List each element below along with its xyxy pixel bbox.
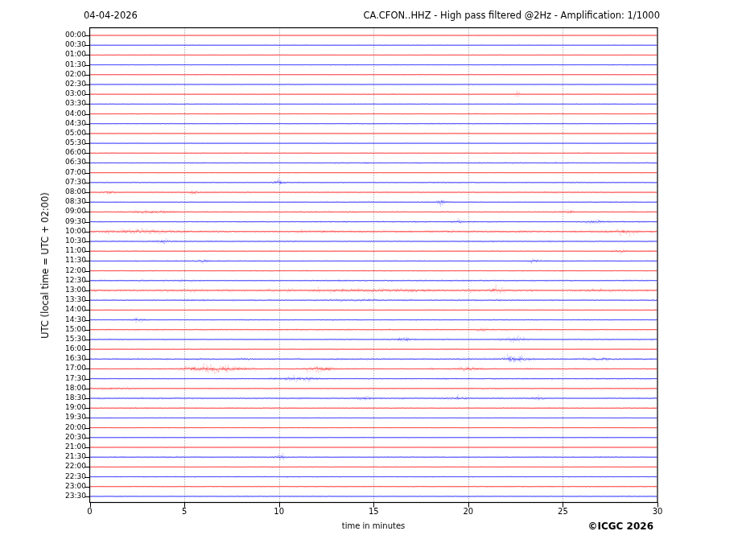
y-tick-label: 00:00 <box>65 31 86 39</box>
y-tick-label: 19:30 <box>65 414 86 421</box>
y-tick-label: 10:30 <box>65 237 86 245</box>
y-tick-label: 22:30 <box>65 473 86 480</box>
y-tick-label: 02:30 <box>65 80 86 88</box>
y-tick-label: 04:00 <box>65 110 86 117</box>
plot-title: CA.CFON..HHZ - High pass filtered @2Hz -… <box>363 10 660 21</box>
y-tick-label: 10:00 <box>65 228 86 235</box>
y-tick-label: 17:30 <box>65 375 86 382</box>
x-tick-label: 5 <box>182 508 187 516</box>
y-tick-label: 09:30 <box>65 218 86 225</box>
y-tick-label: 03:30 <box>65 100 86 107</box>
y-tick-label: 22:00 <box>65 463 86 470</box>
y-tick-label: 02:00 <box>65 71 86 78</box>
plot-date: 04-04-2026 <box>84 10 138 21</box>
x-tick-label: 15 <box>369 508 379 516</box>
y-tick-label: 12:00 <box>65 267 86 274</box>
y-tick-label: 14:00 <box>65 306 86 313</box>
x-tick-label: 0 <box>87 508 92 516</box>
y-tick-label: 08:30 <box>65 198 86 205</box>
x-tick-label: 25 <box>558 508 568 516</box>
y-tick-label: 07:30 <box>65 179 86 186</box>
y-tick-label: 23:30 <box>65 492 86 500</box>
y-tick-label: 17:00 <box>65 364 86 372</box>
y-tick-label: 18:30 <box>65 394 86 401</box>
x-tick-label: 30 <box>653 508 663 516</box>
helicorder-page: 04-04-2026 CA.CFON..HHZ - High pass filt… <box>0 0 746 560</box>
y-tick-label: 14:30 <box>65 316 86 323</box>
y-tick-label: 06:00 <box>65 149 86 156</box>
helicorder-canvas <box>0 0 746 560</box>
y-tick-label: 04:30 <box>65 120 86 127</box>
y-tick-label: 05:30 <box>65 139 86 146</box>
copyright-text: ©ICGC 2026 <box>587 521 653 532</box>
y-tick-label: 23:00 <box>65 483 86 490</box>
y-tick-label: 05:00 <box>65 130 86 137</box>
y-tick-label: 13:00 <box>65 286 86 294</box>
y-axis-label: UTC (local time = UTC + 02:00) <box>39 192 51 339</box>
y-tick-label: 15:30 <box>65 336 86 343</box>
y-tick-label: 11:30 <box>65 257 86 264</box>
x-tick-label: 10 <box>274 508 284 516</box>
y-tick-label: 20:30 <box>65 434 86 441</box>
y-tick-label: 01:30 <box>65 61 86 68</box>
y-tick-label: 21:30 <box>65 453 86 460</box>
y-tick-label: 03:00 <box>65 90 86 97</box>
y-tick-label: 19:00 <box>65 404 86 411</box>
y-tick-label: 01:00 <box>65 51 86 58</box>
y-tick-label: 08:00 <box>65 188 86 196</box>
x-tick-label: 20 <box>463 508 473 516</box>
y-tick-label: 13:30 <box>65 296 86 303</box>
y-tick-label: 11:00 <box>65 247 86 254</box>
y-tick-label: 09:00 <box>65 208 86 215</box>
y-tick-label: 15:00 <box>65 326 86 333</box>
y-tick-label: 06:30 <box>65 159 86 166</box>
y-tick-label: 12:30 <box>65 277 86 284</box>
x-axis-label: time in minutes <box>342 521 406 530</box>
y-tick-label: 16:00 <box>65 345 86 352</box>
y-tick-label: 00:30 <box>65 41 86 48</box>
y-tick-label: 07:00 <box>65 169 86 176</box>
y-tick-label: 21:00 <box>65 443 86 451</box>
y-tick-label: 18:00 <box>65 385 86 392</box>
y-tick-label: 20:00 <box>65 424 86 431</box>
y-tick-label: 16:30 <box>65 355 86 362</box>
